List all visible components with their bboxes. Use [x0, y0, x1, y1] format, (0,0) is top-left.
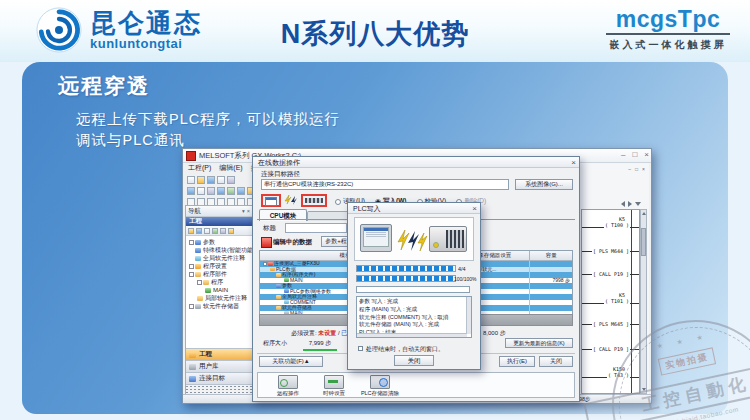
tree-item-special-module[interactable]: 特殊模块(智能功能模块) — [186, 246, 252, 254]
tree-item-program-setting[interactable]: 程序设置 — [186, 262, 252, 270]
refresh-info-button[interactable]: 更新为最新的信息(K) — [505, 338, 573, 348]
plc-write-close-button[interactable]: 关闭 — [394, 355, 434, 366]
dialog-close-action-button[interactable]: 关闭 — [539, 356, 573, 367]
tab-scroll-right-icon[interactable] — [628, 201, 632, 207]
row-checkbox[interactable] — [263, 262, 267, 266]
nav-toolbar-icon[interactable] — [220, 228, 226, 234]
plc-device-icon — [429, 226, 467, 252]
title-field[interactable] — [285, 223, 347, 233]
ladder-rung-call-p19-2: [ CALL P19 ] — [582, 346, 630, 352]
tree-item-global-comment[interactable]: 全局软元件注释 — [186, 254, 252, 262]
slide-header: 昆仑通态 kunluntongtai N系列八大优势 mcgsTpc 嵌入式一体… — [0, 0, 750, 62]
child-close-button[interactable]: × — [642, 166, 645, 172]
log-line: 软元件存储器 (MAIN) 写入 : 完成 — [357, 320, 471, 328]
toolbar-icon[interactable] — [207, 187, 215, 195]
folder-icon — [276, 273, 281, 277]
clock-setting-item[interactable]: 时钟设置 — [312, 375, 356, 397]
tab-list-dropdown-icon[interactable] — [635, 202, 641, 206]
required-value: 未设置 — [318, 330, 336, 336]
plc-write-titlebar: PLC写入 — [348, 203, 480, 214]
tree-item-pou[interactable]: 程序部件 — [186, 270, 252, 278]
save-project-icon[interactable] — [207, 176, 215, 184]
project-section-bar: 工程 — [186, 217, 252, 226]
child-window-controls: – □ × — [628, 166, 645, 172]
computer-icon — [360, 224, 392, 252]
nav-toolbar-icon[interactable] — [196, 228, 202, 234]
open-project-icon[interactable] — [197, 176, 205, 184]
close-button[interactable]: × — [644, 150, 649, 159]
folder-icon — [270, 267, 275, 271]
project-tab-icon — [189, 352, 196, 358]
nav-toolbar-icon[interactable] — [204, 228, 210, 234]
child-restore-button[interactable]: □ — [635, 166, 638, 172]
scrollbar-thumb[interactable] — [641, 228, 646, 256]
nav-expander-strip[interactable] — [186, 384, 252, 394]
total-capacity: 8,000 步 — [483, 329, 506, 338]
nav-toolbar-icon[interactable] — [228, 228, 234, 234]
tree-item-device-memory[interactable]: 软元件存储器 — [186, 302, 252, 310]
tab-scroll-left-icon[interactable] — [621, 201, 625, 207]
log-line: 软元件注释 (COMMENT) 写入 : 取消 — [357, 313, 471, 321]
tree-item-program[interactable]: 程序 — [186, 278, 252, 286]
nav-toolbar-icon[interactable] — [212, 228, 218, 234]
menu-project[interactable]: 工程(P) — [188, 163, 211, 173]
plc-memory-clear-icon — [370, 375, 390, 389]
editing-data-icon — [261, 237, 272, 248]
plc-memory-clear-item[interactable]: PLC存储器清除 — [358, 375, 402, 397]
toolbar-icon[interactable] — [187, 187, 195, 195]
setting-icon — [195, 264, 201, 269]
window-controls: – □ × — [621, 150, 649, 159]
execute-button[interactable]: 执行(E) — [499, 356, 535, 367]
system-image-button[interactable]: 系统图像(G)... — [515, 179, 573, 190]
connection-path-field[interactable]: 串行通信CPU模块连接(RS-232C) — [261, 179, 509, 190]
tree-item-parameter[interactable]: 参数 — [186, 238, 252, 246]
toolbar-icon[interactable] — [227, 187, 235, 195]
pc-connection-icon — [261, 194, 281, 207]
log-horizontal-scrollbar[interactable] — [357, 333, 467, 337]
slide-root: 昆仑通态 kunluntongtai N系列八大优势 mcgsTpc 嵌入式一体… — [0, 0, 750, 420]
kunlun-swirl-icon — [36, 7, 82, 53]
title-field-label: 标题 — [263, 224, 276, 233]
ladder-tab-scroller[interactable] — [621, 201, 641, 207]
plc-write-close-icon[interactable]: × — [472, 203, 477, 214]
nav-tab-user-library[interactable]: 用户库 — [186, 360, 252, 372]
comment-icon — [284, 300, 289, 304]
ladder-editor[interactable]: K5( T100 ) [ PLS M644 ] [ CALL P19 ] K5(… — [581, 209, 640, 394]
kunlun-logo: 昆仑通态 kunluntongtai — [36, 7, 202, 53]
toolbar-icon[interactable] — [197, 187, 205, 195]
toolbar-icon[interactable] — [217, 187, 225, 195]
dialog-close-button[interactable]: × — [571, 157, 576, 168]
tree-item-local-comment[interactable]: 局部软元件注释 — [186, 294, 252, 302]
scroll-down-icon[interactable] — [642, 388, 646, 391]
comment-icon — [195, 256, 201, 261]
panel-close-icon[interactable]: × — [247, 208, 250, 214]
child-minimize-button[interactable]: – — [628, 166, 631, 172]
maximize-button[interactable]: □ — [632, 150, 637, 159]
toolbar-icon[interactable] — [237, 187, 245, 195]
print-icon[interactable] — [217, 176, 225, 184]
logo-text-cn: 昆仑通态 — [90, 10, 202, 36]
nav-tab-connection[interactable]: 连接目标 — [186, 372, 252, 384]
intro-line-1: 远程上传下载PLC程序，可以模拟运行 — [76, 110, 340, 129]
plc-module-icon — [301, 194, 327, 207]
menu-edit[interactable]: 编辑(E) — [219, 163, 242, 173]
tree-item-main[interactable]: MAIN — [186, 286, 252, 294]
paste-icon[interactable] — [227, 176, 235, 184]
remote-operation-item[interactable]: 远程操作 — [266, 375, 310, 397]
ladder-scrollbar[interactable] — [640, 209, 647, 394]
related-functions-button[interactable]: 关联功能(F)▲ — [259, 356, 323, 367]
panel-dropdown-icon[interactable]: ▾ — [242, 208, 245, 214]
auto-close-checkbox[interactable] — [358, 346, 363, 351]
clock-setting-icon — [324, 375, 344, 389]
new-project-icon[interactable] — [187, 176, 195, 184]
col-capacity: 容量 — [530, 251, 572, 260]
transfer-bolts-icon — [395, 228, 429, 254]
log-vertical-scrollbar[interactable] — [466, 297, 471, 334]
log-line: 程序 (MAIN) 写入 : 完成 — [357, 305, 471, 313]
scroll-up-icon[interactable] — [642, 212, 646, 215]
write-log-list[interactable]: 参数 写入 : 完成 程序 (MAIN) 写入 : 完成 软元件注释 (COMM… — [356, 296, 472, 338]
nav-tab-project[interactable]: 工程 — [186, 348, 252, 360]
nav-toolbar-icon[interactable] — [188, 228, 194, 234]
minimize-button[interactable]: – — [621, 150, 625, 159]
folder-icon — [195, 272, 201, 277]
